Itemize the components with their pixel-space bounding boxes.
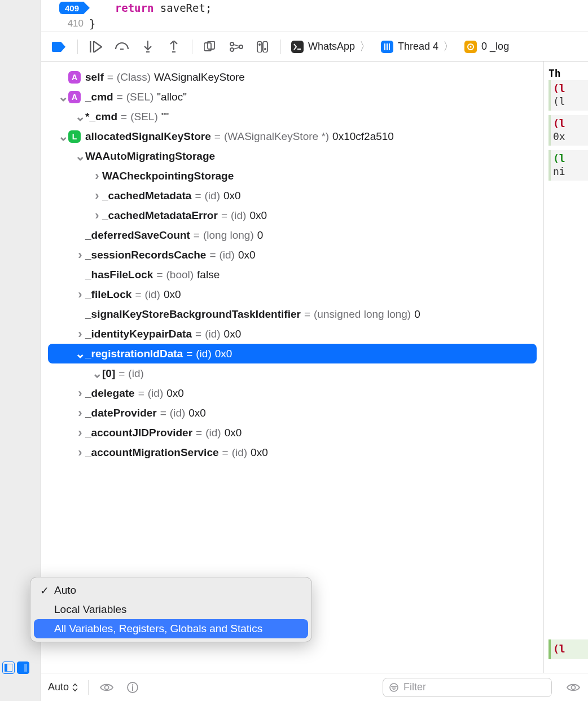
svg-rect-26 (132, 686, 133, 691)
variable-type: (id) (144, 288, 160, 301)
variable-row[interactable]: _deferredSaveCount = (long long)0 (41, 225, 543, 245)
thread-crumb[interactable]: Thread 4 〉 (381, 39, 454, 54)
variable-row[interactable]: ›_cachedMetadata = (id)0x0 (41, 186, 543, 205)
variable-name: _identityKeypairData (85, 328, 192, 340)
variable-row[interactable]: ⌄_registrationIdData = (id)0x0 (48, 344, 537, 363)
debug-bottom-bar: Auto Filter (41, 673, 588, 701)
step-out-icon[interactable] (166, 40, 182, 54)
popup-item-label: Local Variables (54, 603, 127, 616)
disclosure-triangle-icon[interactable]: › (75, 386, 85, 401)
popup-menu-item[interactable]: All Variables, Registers, Globals and St… (34, 619, 308, 638)
frame-crumb[interactable]: 0 _log (464, 41, 509, 53)
variable-row[interactable]: ›WACheckpointingStorage (41, 166, 543, 186)
svg-point-9 (230, 48, 234, 51)
svg-point-22 (470, 46, 472, 47)
variable-type: (Class) (117, 71, 151, 84)
variable-row[interactable]: ⌄LallocatedSignalKeyStore = (WASignalKey… (41, 126, 543, 146)
svg-rect-14 (263, 41, 267, 52)
variable-row[interactable]: ›_accountJIDProvider = (id)0x0 (41, 423, 543, 442)
gear-icon (464, 41, 477, 53)
variable-row[interactable]: ›_fileLock = (id)0x0 (41, 284, 543, 304)
variable-value: 0x0 (185, 407, 206, 419)
quicklook-icon[interactable] (565, 681, 581, 694)
disclosure-triangle-icon[interactable]: › (75, 426, 85, 440)
variable-value: 0 (254, 229, 264, 242)
process-crumb[interactable]: WhatsApp 〉 (291, 39, 371, 54)
disclosure-triangle-icon[interactable]: › (75, 327, 85, 341)
disclosure-triangle-icon[interactable]: ⌄ (92, 366, 102, 381)
variable-value: 0x0 (221, 328, 242, 340)
variable-value: 0x0 (246, 209, 267, 222)
breakpoint-toggle-icon[interactable] (51, 40, 67, 54)
disclosure-triangle-icon[interactable]: › (75, 248, 85, 262)
toggle-right-pane-button[interactable] (17, 661, 29, 674)
separator (77, 40, 78, 54)
separator (280, 40, 281, 54)
variable-value: "" (158, 111, 169, 123)
variable-row[interactable]: ›_dateProvider = (id)0x0 (41, 403, 543, 423)
disclosure-triangle-icon[interactable]: › (92, 169, 102, 183)
svg-line-12 (234, 47, 239, 49)
disclosure-triangle-icon[interactable]: › (75, 445, 85, 460)
filter-field[interactable]: Filter (383, 678, 552, 697)
line-number: 410 (41, 18, 89, 29)
variable-row[interactable]: ⌄[0] = (id) (41, 363, 543, 383)
disclosure-triangle-icon[interactable]: › (92, 208, 102, 223)
continue-icon[interactable] (88, 40, 104, 54)
scope-picker[interactable]: Auto (48, 681, 78, 693)
svg-point-27 (390, 684, 398, 691)
variable-value: 0x0 (220, 190, 241, 202)
disclosure-triangle-icon[interactable]: ⌄ (58, 129, 68, 144)
variable-row[interactable]: ›_identityKeypairData = (id)0x0 (41, 324, 543, 344)
variable-row[interactable]: ⌄*_cmd = (SEL)"" (41, 107, 543, 126)
filter-icon (389, 682, 399, 693)
step-over-icon[interactable] (114, 40, 130, 54)
variable-type: (unsigned long long) (314, 308, 411, 321)
variable-row[interactable]: Aself = (Class)WASignalKeyStore (41, 67, 543, 87)
variable-type: (id) (205, 427, 221, 439)
variable-row[interactable]: _hasFileLock = (bool)false (41, 265, 543, 284)
variable-row[interactable]: _signalKeyStoreBackgroundTaskIdentifier … (41, 304, 543, 324)
disclosure-triangle-icon[interactable]: › (75, 406, 85, 420)
variable-row[interactable]: ›_delegate = (id)0x0 (41, 383, 543, 403)
variable-row[interactable]: ›_accountMigrationService = (id)0x0 (41, 442, 543, 462)
popup-menu-item[interactable]: ✓Auto (34, 581, 308, 600)
svg-point-25 (132, 684, 134, 686)
toggle-left-pane-button[interactable] (2, 661, 15, 674)
svg-point-23 (105, 685, 109, 689)
svg-line-11 (234, 45, 239, 46)
variable-type: (bool) (166, 269, 194, 281)
variable-row[interactable]: ›_sessionRecordsCache = (id)0x0 (41, 245, 543, 265)
variable-row[interactable]: ›_cachedMetadataError = (id)0x0 (41, 205, 543, 225)
scope-popup-menu[interactable]: ✓AutoLocal VariablesAll Variables, Regis… (30, 577, 312, 642)
variable-value: "alloc" (153, 91, 187, 103)
info-icon[interactable] (125, 681, 141, 694)
disclosure-triangle-icon[interactable]: › (92, 189, 102, 203)
disclosure-triangle-icon[interactable]: ⌄ (75, 109, 85, 124)
variable-type: (id) (128, 367, 143, 380)
variable-name: _accountMigrationService (85, 446, 219, 459)
gutter-breakpoint[interactable]: 409 (41, 2, 89, 14)
disclosure-triangle-icon[interactable]: › (75, 287, 85, 302)
variable-type: (long long) (203, 229, 254, 242)
variable-name: self (85, 71, 104, 84)
popup-menu-item[interactable]: Local Variables (34, 600, 308, 619)
step-into-icon[interactable] (140, 40, 156, 54)
disclosure-triangle-icon[interactable]: ⌄ (58, 90, 68, 104)
variable-row[interactable]: ⌄A_cmd = (SEL)"alloc" (41, 87, 543, 107)
disclosure-triangle-icon[interactable]: ⌄ (75, 347, 85, 361)
view-hierarchy-icon[interactable] (203, 40, 218, 54)
svg-point-16 (264, 48, 266, 50)
quicklook-icon[interactable] (99, 681, 115, 694)
disclosure-triangle-icon[interactable]: ⌄ (75, 149, 85, 164)
argument-badge-icon: A (68, 91, 81, 103)
variable-row[interactable]: ⌄WAAutoMigratingStorage (41, 146, 543, 166)
variable-value: 0x0 (163, 387, 184, 400)
console-group: (l (l (548, 80, 588, 111)
environment-overrides-icon[interactable] (254, 40, 270, 54)
memory-graph-icon[interactable] (229, 40, 244, 54)
svg-point-10 (239, 45, 243, 49)
console-pane[interactable]: Th (l (l (l 0x (l ni (l (544, 62, 588, 673)
code-line-409: 409 return saveRet; (41, 0, 588, 16)
variable-type: (id) (196, 348, 211, 360)
